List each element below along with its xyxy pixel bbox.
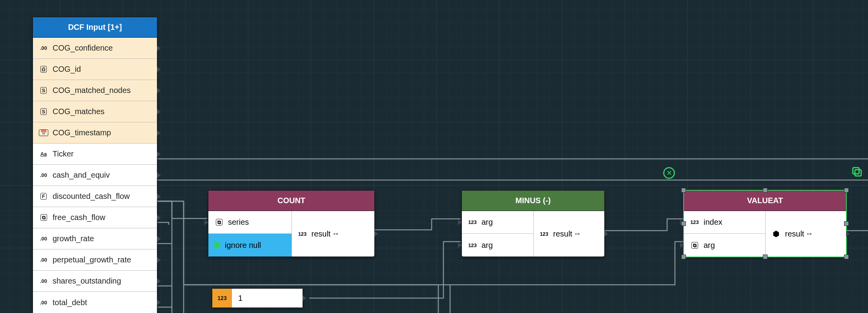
field-list: .00 COG_confidence ⎙ COG_id S COG_matche… bbox=[33, 38, 157, 313]
node-valueat[interactable]: VALUEAT 123 index ⧉ arg ⬢ result ↦ bbox=[684, 190, 846, 257]
input-port[interactable] bbox=[458, 220, 462, 225]
node-dcf-input[interactable]: DCF Input [1+] .00 COG_confidence ⎙ COG_… bbox=[33, 17, 157, 313]
number-type-icon: 123 bbox=[212, 289, 232, 308]
input-index[interactable]: 123 index bbox=[684, 211, 765, 234]
input-port[interactable] bbox=[458, 242, 462, 248]
field-perpetual-growth-rate[interactable]: .00 perpetual_growth_rate bbox=[33, 249, 157, 271]
output-port[interactable] bbox=[157, 194, 161, 199]
list-icon: ⧉ bbox=[214, 219, 224, 226]
field-label: total_debt bbox=[53, 298, 151, 307]
close-selection-icon[interactable]: ✕ bbox=[663, 167, 675, 179]
field-ticker[interactable]: Aa Ticker bbox=[33, 144, 157, 165]
field-label: COG_matches bbox=[53, 107, 151, 116]
param-label: index bbox=[704, 218, 722, 227]
field-cog-timestamp[interactable]: 📅 COG_timestamp bbox=[33, 122, 157, 144]
input-ignore-null[interactable]: ignore null bbox=[208, 234, 292, 257]
resize-handle[interactable] bbox=[763, 188, 768, 193]
resize-handle[interactable] bbox=[681, 221, 686, 226]
field-label: free_cash_flow bbox=[53, 213, 151, 222]
output-port[interactable] bbox=[157, 109, 161, 115]
field-cog-id[interactable]: ⎙ COG_id bbox=[33, 59, 157, 80]
workflow-canvas[interactable]: DCF Input [1+] .00 COG_confidence ⎙ COG_… bbox=[0, 0, 868, 313]
output-port[interactable] bbox=[157, 67, 161, 72]
object-icon: ⬢ bbox=[771, 229, 781, 238]
field-label: shares_outstanding bbox=[53, 277, 151, 286]
map-arrow-icon: ↦ bbox=[334, 231, 338, 237]
float-icon: .00 bbox=[38, 45, 49, 51]
output-port[interactable] bbox=[157, 278, 161, 284]
field-shares-outstanding[interactable]: .00 shares_outstanding bbox=[33, 271, 157, 292]
output-port[interactable] bbox=[157, 130, 161, 136]
field-label: COG_timestamp bbox=[53, 128, 151, 137]
output-port[interactable] bbox=[157, 173, 161, 178]
number-icon: 123 bbox=[297, 231, 308, 237]
number-icon: 123 bbox=[467, 243, 478, 248]
field-label: perpetual_growth_rate bbox=[53, 255, 151, 264]
node-minus[interactable]: MINUS (-) 123 arg 123 arg 123 result ↦ bbox=[461, 190, 605, 257]
param-label: series bbox=[228, 218, 249, 227]
float-icon: .00 bbox=[38, 173, 49, 178]
output-port[interactable] bbox=[846, 231, 850, 237]
output-result[interactable]: 123 result ↦ bbox=[533, 211, 605, 257]
output-result[interactable]: 123 result ↦ bbox=[292, 211, 375, 257]
input-port[interactable] bbox=[204, 220, 208, 225]
map-arrow-icon: ↦ bbox=[807, 231, 812, 237]
input-arg1[interactable]: 123 arg bbox=[462, 211, 533, 234]
output-result[interactable]: ⬢ result ↦ bbox=[765, 211, 846, 257]
field-label: COG_id bbox=[53, 65, 151, 74]
resize-handle[interactable] bbox=[681, 255, 686, 259]
node-count[interactable]: COUNT ⧉ series ignore null 123 result ↦ bbox=[208, 190, 375, 257]
text-icon: Aa bbox=[38, 151, 49, 156]
duplicate-icon[interactable] bbox=[851, 166, 863, 181]
field-total-debt[interactable]: .00 total_debt bbox=[33, 292, 157, 313]
float-list-icon: F bbox=[38, 193, 49, 200]
field-discounted-cash-flow[interactable]: F discounted_cash_flow bbox=[33, 186, 157, 207]
node-header[interactable]: COUNT bbox=[208, 191, 374, 211]
node-header[interactable]: MINUS (-) bbox=[462, 191, 604, 211]
field-cog-matches[interactable]: S COG_matches bbox=[33, 101, 157, 122]
output-port[interactable] bbox=[303, 295, 306, 301]
output-port[interactable] bbox=[157, 88, 161, 93]
field-growth-rate[interactable]: .00 growth_rate bbox=[33, 228, 157, 249]
number-icon: 123 bbox=[467, 220, 478, 225]
field-label: growth_rate bbox=[53, 234, 151, 243]
output-port[interactable] bbox=[157, 257, 161, 263]
output-port[interactable] bbox=[157, 215, 161, 220]
output-port[interactable] bbox=[374, 231, 378, 237]
input-arg2[interactable]: 123 arg bbox=[462, 234, 533, 257]
field-cog-confidence[interactable]: .00 COG_confidence bbox=[33, 38, 157, 59]
node-header[interactable]: DCF Input [1+] bbox=[33, 17, 157, 38]
field-cog-matched-nodes[interactable]: S COG_matched_nodes bbox=[33, 80, 157, 101]
output-port[interactable] bbox=[157, 236, 161, 242]
resize-handle[interactable] bbox=[681, 188, 686, 193]
status-dot-icon bbox=[214, 242, 220, 248]
svg-rect-1 bbox=[853, 167, 859, 174]
constant-value[interactable]: 1 bbox=[232, 289, 303, 308]
input-port[interactable] bbox=[680, 242, 684, 248]
node-constant[interactable]: 123 1 bbox=[212, 288, 303, 308]
output-port[interactable] bbox=[157, 45, 161, 51]
param-label: ignore null bbox=[225, 241, 261, 250]
param-label: arg bbox=[704, 241, 715, 250]
output-label: result bbox=[785, 229, 804, 238]
param-label: arg bbox=[481, 241, 493, 250]
string-list-icon: S bbox=[38, 108, 49, 115]
resize-handle[interactable] bbox=[763, 255, 768, 259]
resize-handle[interactable] bbox=[844, 188, 849, 193]
map-arrow-icon: ↦ bbox=[575, 231, 580, 237]
output-port[interactable] bbox=[157, 151, 161, 157]
field-label: COG_confidence bbox=[53, 44, 151, 53]
node-header[interactable]: VALUEAT bbox=[684, 191, 846, 211]
resize-handle[interactable] bbox=[844, 221, 849, 226]
output-port[interactable] bbox=[157, 300, 161, 305]
field-label: cash_and_equiv bbox=[53, 171, 151, 180]
input-series[interactable]: ⧉ series bbox=[208, 211, 292, 234]
float-icon: .00 bbox=[38, 300, 49, 305]
field-free-cash-flow[interactable]: ⧉ free_cash_flow bbox=[33, 207, 157, 228]
field-cash-and-equiv[interactable]: .00 cash_and_equiv bbox=[33, 165, 157, 186]
resize-handle[interactable] bbox=[844, 255, 849, 259]
input-arg[interactable]: ⧉ arg bbox=[684, 234, 765, 257]
list-icon: ⧉ bbox=[38, 214, 49, 221]
output-port[interactable] bbox=[604, 231, 608, 237]
number-icon: 123 bbox=[689, 220, 700, 225]
